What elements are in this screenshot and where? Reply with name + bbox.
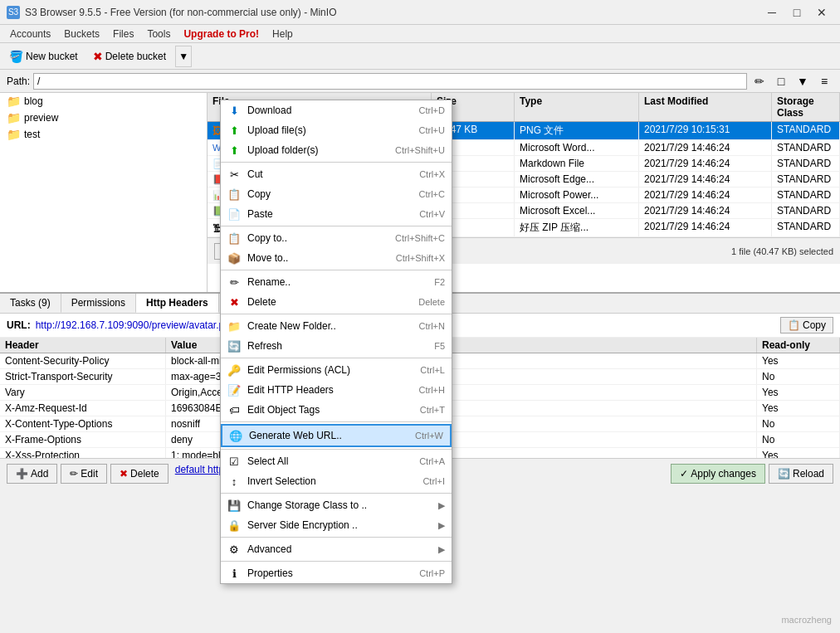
new-bucket-label: New bucket	[26, 51, 78, 62]
cm-upload-files-label: Upload file(s)	[247, 124, 413, 136]
file-modified-cell: 2021/7/29 14:46:24	[639, 140, 772, 155]
pencil-icon[interactable]: ✏	[750, 72, 769, 90]
cm-http-headers-label: Edit HTTP Headers	[247, 384, 413, 396]
column-modified[interactable]: Last Modified	[639, 93, 772, 121]
tab-tasks[interactable]: Tasks (9)	[0, 294, 61, 313]
cm-upload-folder-shortcut: Ctrl+Shift+U	[395, 145, 445, 155]
cm-properties[interactable]: ℹ Properties Ctrl+P	[221, 563, 452, 583]
advanced-icon: ⚙	[227, 543, 241, 556]
header-readonly: Yes	[757, 353, 840, 368]
reload-button[interactable]: 🔄 Reload	[769, 464, 833, 484]
delete-bucket-button[interactable]: ✖ Delete bucket	[87, 46, 172, 66]
cm-copy-shortcut: Ctrl+C	[419, 189, 445, 199]
apply-changes-button[interactable]: ✓ Apply changes	[671, 464, 765, 484]
delete-icon: ✖	[93, 50, 103, 63]
cm-cut[interactable]: ✂ Cut Ctrl+X	[221, 164, 452, 184]
tab-permissions[interactable]: Permissions	[61, 294, 136, 313]
add-icon: ➕	[16, 468, 28, 480]
cm-refresh-label: Refresh	[247, 340, 427, 352]
toolbar-dropdown[interactable]: ▼	[175, 46, 192, 67]
cm-encryption[interactable]: 🔒 Server Side Encryption .. ▶	[221, 515, 452, 535]
sidebar-item-test[interactable]: 📁 test	[0, 126, 207, 143]
menu-tools[interactable]: Tools	[140, 27, 177, 41]
cm-delete[interactable]: ✖ Delete Delete	[221, 292, 452, 312]
cm-paste[interactable]: 📄 Paste Ctrl+V	[221, 204, 452, 224]
storage-class-arrow: ▶	[438, 500, 445, 511]
cm-select-all[interactable]: ☑ Select All Ctrl+A	[221, 451, 452, 471]
cm-invert[interactable]: ↕ Invert Selection Ctrl+I	[221, 471, 452, 491]
menu-buckets[interactable]: Buckets	[57, 27, 106, 41]
menu-help[interactable]: Help	[266, 27, 300, 41]
cm-upload-files[interactable]: ⬆ Upload file(s) Ctrl+U	[221, 120, 452, 140]
cm-separator	[221, 561, 452, 562]
menu-upgrade[interactable]: Upgrade to Pro!	[177, 27, 266, 41]
cm-new-folder-shortcut: Ctrl+N	[419, 321, 445, 331]
file-modified-cell: 2021/7/29 14:46:24	[639, 219, 772, 236]
sidebar-item-preview[interactable]: 📁 preview	[0, 110, 207, 126]
delete-icon: ✖	[120, 468, 128, 480]
delete-context-icon: ✖	[227, 295, 241, 309]
header-name: X-Amz-Request-Id	[0, 401, 166, 416]
new-bucket-button[interactable]: 🪣 New bucket	[3, 46, 84, 66]
filter-icon[interactable]: ▼	[794, 72, 812, 90]
minimize-button[interactable]: ─	[760, 4, 784, 21]
add-button[interactable]: ➕ Add	[7, 464, 57, 484]
path-input[interactable]	[33, 73, 747, 90]
cm-permissions-label: Edit Permissions (ACL)	[247, 364, 413, 376]
file-type-cell: Markdown File	[515, 156, 639, 171]
cm-download[interactable]: ⬇ Download Ctrl+D	[221, 100, 452, 120]
encryption-icon: 🔒	[227, 519, 241, 532]
column-type[interactable]: Type	[515, 93, 639, 121]
cm-storage-class[interactable]: 💾 Change Storage Class to .. ▶	[221, 495, 452, 515]
menu-files[interactable]: Files	[106, 27, 140, 41]
header-col-readonly: Read-only	[757, 338, 840, 353]
tab-http-headers[interactable]: Http Headers	[136, 294, 219, 313]
cm-object-tags-shortcut: Ctrl+T	[420, 405, 445, 415]
cm-separator	[221, 493, 452, 494]
cm-storage-class-label: Change Storage Class to ..	[247, 499, 432, 511]
cm-move-to-label: Move to..	[247, 252, 389, 264]
cm-permissions[interactable]: 🔑 Edit Permissions (ACL) Ctrl+L	[221, 360, 452, 380]
selection-status: 1 file (40.47 KB) selected	[731, 246, 833, 256]
header-readonly: No	[757, 369, 840, 384]
close-button[interactable]: ✕	[810, 4, 833, 21]
file-type-cell: Microsoft Word...	[515, 140, 639, 155]
cm-upload-folder-label: Upload folder(s)	[247, 144, 388, 156]
maximize-button[interactable]: □	[785, 4, 808, 21]
cm-copy[interactable]: 📋 Copy Ctrl+C	[221, 184, 452, 204]
context-menu: ⬇ Download Ctrl+D ⬆ Upload file(s) Ctrl+…	[220, 100, 452, 584]
view-icon[interactable]: □	[772, 72, 790, 90]
cm-copy-to[interactable]: 📋 Copy to.. Ctrl+Shift+C	[221, 228, 452, 248]
cm-object-tags[interactable]: 🏷 Edit Object Tags Ctrl+T	[221, 400, 452, 420]
sidebar-item-label: preview	[24, 112, 58, 124]
settings-icon[interactable]: ≡	[815, 72, 833, 90]
cm-copy-to-shortcut: Ctrl+Shift+C	[395, 233, 445, 243]
column-storage[interactable]: Storage Class	[772, 93, 840, 121]
sidebar-item-blog[interactable]: 📁 blog	[0, 93, 207, 110]
download-icon: ⬇	[227, 104, 241, 117]
sidebar-item-label: test	[24, 129, 40, 140]
cm-separator	[221, 226, 452, 226]
cm-invert-shortcut: Ctrl+I	[422, 476, 445, 486]
upload-folder-icon: ⬆	[227, 144, 241, 157]
cm-select-all-label: Select All	[247, 455, 413, 467]
file-storage-cell: STANDARD	[772, 219, 840, 236]
edit-button[interactable]: ✏ Edit	[61, 464, 107, 484]
cm-separator	[221, 537, 452, 538]
delete-button[interactable]: ✖ Delete	[110, 464, 168, 484]
header-name: X-Content-Type-Options	[0, 416, 166, 431]
cm-rename[interactable]: ✏ Rename.. F2	[221, 272, 452, 292]
cm-separator	[221, 358, 452, 358]
cm-new-folder[interactable]: 📁 Create New Folder.. Ctrl+N	[221, 316, 452, 336]
copy-url-button[interactable]: 📋 Copy	[780, 317, 833, 334]
path-label: Path:	[7, 75, 30, 87]
cm-http-headers[interactable]: 📝 Edit HTTP Headers Ctrl+H	[221, 380, 452, 400]
cm-upload-folder[interactable]: ⬆ Upload folder(s) Ctrl+Shift+U	[221, 140, 452, 160]
cm-separator	[221, 421, 452, 422]
menu-accounts[interactable]: Accounts	[3, 27, 57, 41]
cm-move-to[interactable]: 📦 Move to.. Ctrl+Shift+X	[221, 248, 452, 268]
cm-advanced[interactable]: ⚙ Advanced ▶	[221, 539, 452, 559]
header-name: X-Frame-Options	[0, 432, 166, 447]
cm-generate-url[interactable]: 🌐 Generate Web URL.. Ctrl+W	[221, 424, 452, 447]
cm-refresh[interactable]: 🔄 Refresh F5	[221, 336, 452, 356]
